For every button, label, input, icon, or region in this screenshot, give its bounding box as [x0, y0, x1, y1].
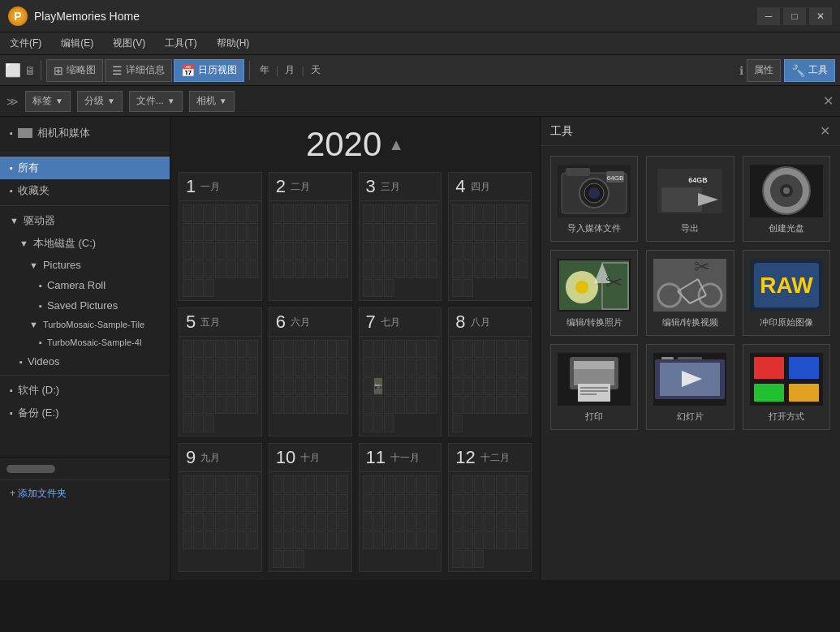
day-cell[interactable]: [327, 513, 337, 531]
day-cell[interactable]: [485, 260, 494, 278]
day-cell[interactable]: [518, 223, 528, 241]
day-cell[interactable]: [316, 531, 325, 549]
day-cell[interactable]: [283, 359, 293, 376]
day-cell[interactable]: [338, 531, 347, 549]
sidebar-item-pictures[interactable]: ▼ Pictures: [0, 255, 170, 275]
day-cell[interactable]: [215, 396, 225, 414]
filter-tag-button[interactable]: 标签 ▼: [25, 91, 71, 112]
day-cell[interactable]: [395, 223, 405, 241]
day-cell[interactable]: [248, 513, 257, 531]
tools-panel-close-button[interactable]: ✕: [820, 123, 830, 139]
day-cell[interactable]: [215, 260, 225, 278]
day-cell[interactable]: [416, 223, 426, 241]
day-cell[interactable]: [193, 359, 203, 376]
day-cell[interactable]: [183, 260, 192, 278]
day-cell[interactable]: [205, 204, 214, 222]
day-cell[interactable]: [237, 223, 247, 241]
filter-close-button[interactable]: ✕: [823, 93, 834, 109]
day-cell[interactable]: [237, 494, 247, 512]
day-cell[interactable]: [452, 513, 462, 531]
day-view-button[interactable]: 天: [306, 61, 325, 80]
day-cell[interactable]: [183, 513, 192, 531]
day-cell[interactable]: [305, 359, 315, 376]
day-cell[interactable]: [248, 396, 257, 414]
day-cell[interactable]: [518, 377, 528, 395]
day-cell[interactable]: [215, 475, 225, 493]
day-cell[interactable]: [316, 260, 325, 278]
day-cell[interactable]: [295, 494, 304, 512]
day-cell[interactable]: [183, 494, 192, 512]
day-cell[interactable]: [273, 204, 282, 222]
sidebar-item-favorites[interactable]: ▪ 收藏夹: [0, 179, 170, 202]
day-cell[interactable]: [395, 260, 405, 278]
day-cell[interactable]: [373, 242, 383, 260]
day-cell[interactable]: [327, 359, 337, 376]
day-cell[interactable]: [295, 531, 304, 549]
day-cell[interactable]: [226, 242, 236, 260]
day-cell[interactable]: [463, 359, 473, 376]
day-cell[interactable]: [193, 260, 203, 278]
day-cell[interactable]: [416, 513, 426, 531]
day-cell[interactable]: [518, 242, 528, 260]
day-cell[interactable]: [395, 513, 405, 531]
details-view-button[interactable]: ☰ 详细信息: [105, 59, 172, 82]
day-cell[interactable]: [193, 475, 203, 493]
sidebar-item-videos[interactable]: ▪ Videos: [0, 351, 170, 372]
day-cell[interactable]: [373, 475, 383, 493]
day-cell[interactable]: [506, 204, 516, 222]
day-cell[interactable]: [506, 223, 516, 241]
day-cell[interactable]: [428, 513, 437, 531]
day-cell[interactable]: [395, 475, 405, 493]
day-cell[interactable]: [406, 513, 416, 531]
day-cell[interactable]: [416, 340, 426, 358]
day-cell[interactable]: [305, 513, 315, 531]
day-cell[interactable]: [295, 204, 304, 222]
tool-edit-photo[interactable]: ✂ 编辑/转换照片: [550, 250, 638, 336]
day-cell[interactable]: [474, 260, 484, 278]
sidebar-item-camera-roll[interactable]: ▪ Camera Roll: [0, 275, 170, 295]
day-cell[interactable]: [474, 494, 484, 512]
day-cell[interactable]: [193, 396, 203, 414]
day-cell[interactable]: [205, 359, 214, 376]
sidebar-item-drives[interactable]: ▼ 驱动器: [0, 209, 170, 232]
menu-view[interactable]: 视图(V): [110, 35, 149, 52]
day-cell[interactable]: [463, 340, 473, 358]
day-cell[interactable]: [295, 513, 304, 531]
day-cell[interactable]: [485, 340, 494, 358]
day-cell[interactable]: [384, 204, 394, 222]
day-cell[interactable]: [226, 377, 236, 395]
day-cell[interactable]: [463, 531, 473, 549]
day-cell[interactable]: [416, 475, 426, 493]
day-cell[interactable]: [183, 531, 192, 549]
day-cell[interactable]: [273, 531, 282, 549]
day-cell[interactable]: [205, 242, 214, 260]
day-cell[interactable]: [506, 396, 516, 414]
day-cell[interactable]: [283, 377, 293, 395]
day-cell[interactable]: [295, 475, 304, 493]
day-cell[interactable]: [485, 475, 494, 493]
day-cell[interactable]: [474, 513, 484, 531]
day-cell[interactable]: [183, 204, 192, 222]
day-cell[interactable]: [248, 359, 257, 376]
day-cell[interactable]: [305, 494, 315, 512]
day-cell[interactable]: [283, 223, 293, 241]
day-cell[interactable]: [316, 223, 325, 241]
tools-button[interactable]: 🔧 工具: [784, 59, 835, 82]
day-cell[interactable]: [518, 513, 528, 531]
minimize-button[interactable]: ─: [757, 7, 780, 25]
day-cell[interactable]: [474, 340, 484, 358]
day-cell[interactable]: [518, 260, 528, 278]
day-cell[interactable]: [406, 475, 416, 493]
day-cell[interactable]: [248, 377, 257, 395]
day-cell[interactable]: [248, 260, 257, 278]
day-cell[interactable]: [496, 531, 506, 549]
day-cell[interactable]: [406, 377, 416, 395]
day-cell[interactable]: [273, 494, 282, 512]
day-cell[interactable]: [384, 475, 394, 493]
day-cell[interactable]: [183, 279, 192, 297]
day-cell[interactable]: [506, 340, 516, 358]
day-cell[interactable]: [363, 242, 373, 260]
day-cell[interactable]: [496, 340, 506, 358]
day-cell[interactable]: [248, 242, 257, 260]
day-cell[interactable]: [373, 494, 383, 512]
